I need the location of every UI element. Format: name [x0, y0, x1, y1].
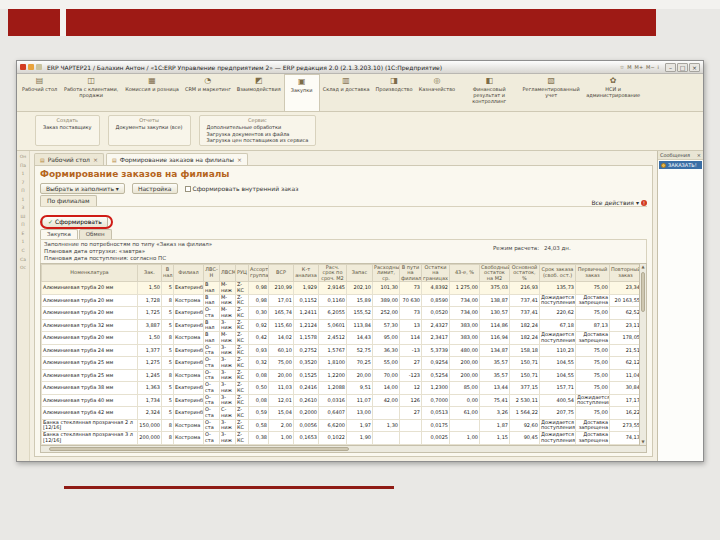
ribbon-tab-interactions[interactable]: ◩Взаимодействия [234, 74, 284, 111]
column-header[interactable]: РУЦ [236, 264, 249, 282]
column-header[interactable]: ЛВСМ [220, 264, 236, 282]
table-row[interactable]: Алюминиевая труба 40 мм1,7345Екатеринбу…… [42, 394, 640, 407]
ribbon-tab-commission[interactable]: ▦Комиссия и розница [122, 74, 182, 111]
left-panel-strip[interactable]: ОнПа17П13ШПЕ1ССаОс [17, 151, 30, 461]
left-strip-item[interactable]: Ш [17, 213, 29, 222]
table-row[interactable]: Алюминиевая труба 38 мм1,3635Екатеринбу…… [42, 382, 640, 395]
all-actions-button[interactable]: Все действия ▾ ! [591, 199, 647, 206]
table-row[interactable]: Алюминиевая труба 20 мм1,7288КостромаВ н… [42, 294, 640, 307]
message-item[interactable]: ЗАКАЗАТЬ! [659, 161, 702, 169]
ribbon-tab-production[interactable]: ◨Производство [373, 74, 416, 111]
doc-tab[interactable]: ▤Рабочий стол× [34, 153, 104, 165]
column-header[interactable]: Расч. срок по сроч. М2 [319, 264, 347, 282]
table-row[interactable]: Банка стеклянная прозрачная 2 л [12/16]1… [42, 419, 640, 432]
titlebar-util-icon[interactable]: i [658, 64, 659, 70]
table-row[interactable]: Алюминиевая труба 32 мм3,8875Екатеринбу…… [42, 319, 640, 332]
left-strip-item[interactable]: С [17, 247, 29, 256]
submenu-item[interactable]: Документы закупки (все) [116, 124, 183, 131]
ribbon-tab-desktop[interactable]: ▤Рабочий стол [19, 74, 60, 111]
generate-orders-button[interactable]: ✓ Сформировать [42, 216, 108, 228]
doc-tab[interactable]: ▤Формирование заказов на филиалы× [106, 153, 248, 165]
column-header[interactable]: Филиал [174, 264, 204, 282]
left-strip-item[interactable]: 1 [17, 238, 29, 247]
sub-tab[interactable]: Обмен [79, 229, 112, 239]
column-header[interactable]: Расходный лимит, ср. [373, 264, 400, 282]
fill-button[interactable]: Выбрать и заполнить ▾ [40, 183, 125, 194]
minimize-button[interactable]: – [665, 63, 676, 72]
table-row[interactable]: Алюминиевая труба 42 мм2,3245Екатеринбу…… [42, 407, 640, 420]
submenu-item[interactable]: Дополнительные обработки [207, 124, 309, 131]
column-header[interactable]: Номенклатура [42, 264, 138, 282]
table-row[interactable]: Алюминиевая труба 25 мм1,2755Екатеринбу…… [42, 357, 640, 370]
scroll-up-icon[interactable]: ▲ [640, 264, 646, 270]
ribbon-tab-warehouse[interactable]: ▥Склад и доставка [320, 74, 373, 111]
column-header[interactable]: В пути на филиал [400, 264, 422, 282]
ribbon-tab-fin-result[interactable]: ◧Финансовый результат и контроллинг [458, 74, 520, 111]
close-button[interactable]: × [689, 63, 700, 72]
left-strip-item[interactable]: Е [17, 230, 29, 239]
column-header[interactable]: Первичный заказ [576, 264, 610, 282]
column-header[interactable]: К-т анализа [294, 264, 319, 282]
column-header[interactable]: Срок заказа (своб. ост.) [540, 264, 576, 282]
left-strip-item[interactable]: Он [17, 153, 29, 162]
cell: Доставка запрещена [576, 294, 610, 307]
horizontal-scrollbar[interactable] [41, 445, 646, 452]
column-header[interactable]: Остатки на границах [422, 264, 450, 282]
table-row[interactable]: Алюминиевая труба 20 мм1,7255Екатеринбу…… [42, 307, 640, 320]
vertical-scroll-thumb[interactable] [641, 272, 645, 312]
table-row[interactable]: Банка стеклянная прозрачная 3 л [12/16]2… [42, 432, 640, 445]
left-strip-item[interactable]: 1 [17, 196, 29, 205]
submenu-item[interactable]: Загрузка документов из файла [207, 131, 309, 138]
left-strip-item[interactable]: Па [17, 162, 29, 171]
ribbon-tab-clients-sales[interactable]: ◫Работа с клиентами, продажи [60, 74, 122, 111]
column-header[interactable]: 43-е, % [450, 264, 480, 282]
column-header[interactable]: Основной остаток, % [510, 264, 540, 282]
left-strip-item[interactable]: 1 [17, 170, 29, 179]
favorites-icon[interactable] [28, 64, 34, 70]
column-header[interactable]: Повторный заказ [610, 264, 640, 282]
left-strip-item[interactable]: П [17, 221, 29, 230]
column-header[interactable]: ВСР [269, 264, 294, 282]
maximize-button[interactable]: □ [677, 63, 688, 72]
table-row[interactable]: Алюминиевая труба 24 мм1,3775Екатеринбу…… [42, 344, 640, 357]
column-header[interactable]: Зак. [138, 264, 162, 282]
left-strip-item[interactable]: Ос [17, 264, 29, 273]
column-header[interactable]: В нал. [162, 264, 174, 282]
tab-by-branches[interactable]: По филиалам [40, 195, 97, 206]
close-icon[interactable]: × [93, 156, 98, 163]
ribbon-tab-purchases[interactable]: ▣Закупки [284, 74, 320, 111]
left-strip-item[interactable]: П [17, 187, 29, 196]
left-strip-item[interactable]: Са [17, 256, 29, 265]
left-strip-item[interactable]: 3 [17, 204, 29, 213]
internal-order-checkbox[interactable]: Сформировать внутренний заказ [185, 185, 299, 192]
sub-tab[interactable]: Закупка [40, 229, 78, 239]
table-row[interactable]: Алюминиевая труба 20 мм1,505Екатеринбу…В… [42, 282, 640, 295]
horizontal-scroll-thumb[interactable] [49, 447, 349, 451]
cell: 0,0056 [294, 419, 319, 432]
titlebar-util-icon[interactable]: M− [646, 64, 655, 70]
table-row[interactable]: Алюминиевая труба 25 мм1,2458КостромаО-с… [42, 369, 640, 382]
cell: 0,1525 [294, 369, 319, 382]
close-icon[interactable]: × [697, 152, 701, 158]
grid-viewport: НоменклатураЗак.В нал.ФилиалЛВС-НЛВСМРУЦ… [41, 264, 639, 445]
submenu-item[interactable]: Заказ поставщику [43, 124, 92, 131]
table-row[interactable]: Алюминиевая труба 20 мм1,508КостромаВ на… [42, 332, 640, 345]
close-icon[interactable]: × [237, 156, 242, 163]
titlebar-util-icon[interactable]: ☆ [620, 64, 624, 70]
column-header[interactable]: ЛВС-Н [204, 264, 220, 282]
ribbon-tab-nsi-admin[interactable]: ✿НСИ и администрирование [582, 74, 644, 111]
left-strip-item[interactable]: 7 [17, 179, 29, 188]
vertical-scrollbar[interactable]: ▲ ▼ [639, 264, 646, 445]
ribbon-tab-regulated[interactable]: ▧Регламентированный учет [520, 74, 582, 111]
submenu-item[interactable]: Загрузка цен поставщиков из сервиса [207, 137, 309, 144]
cell: М-ниж [220, 332, 236, 345]
titlebar-util-icon[interactable]: M+ [635, 64, 644, 70]
column-header[interactable]: Запас [347, 264, 373, 282]
titlebar-util-icon[interactable]: M [627, 64, 631, 70]
settings-button[interactable]: Настройка [132, 183, 178, 194]
history-icon[interactable] [36, 64, 42, 70]
ribbon-tab-crm-marketing[interactable]: ◔CRM и маркетинг [182, 74, 234, 111]
column-header[interactable]: Ассорт. группа [249, 264, 269, 282]
ribbon-tab-treasury[interactable]: ◎Казначейство [416, 74, 459, 111]
column-header[interactable]: Свободный остаток на М2 [480, 264, 510, 282]
